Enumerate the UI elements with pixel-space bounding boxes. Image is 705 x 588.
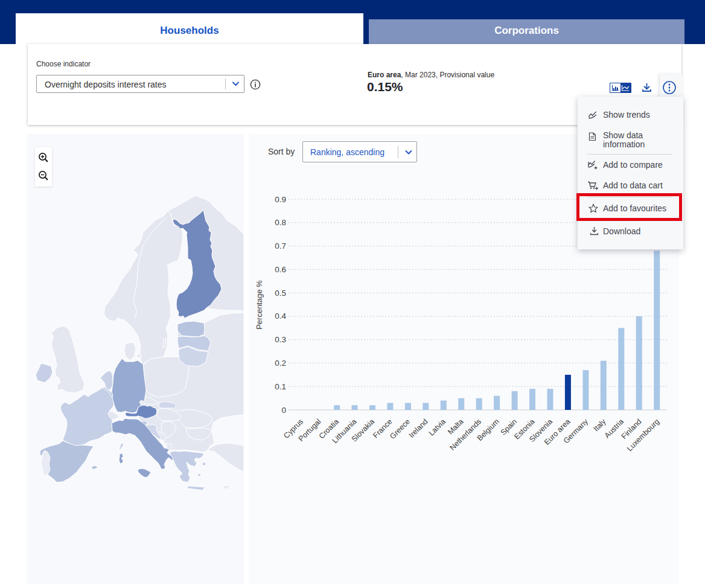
svg-text:0.8: 0.8	[275, 218, 286, 227]
svg-text:0.4: 0.4	[275, 312, 286, 321]
svg-text:Greece: Greece	[388, 417, 412, 441]
svg-text:0.2: 0.2	[275, 359, 286, 368]
svg-text:0.9: 0.9	[275, 195, 286, 204]
svg-text:0.6: 0.6	[275, 265, 286, 274]
svg-text:0: 0	[281, 406, 286, 415]
svg-text:Ireland: Ireland	[407, 417, 430, 439]
svg-text:0.1: 0.1	[275, 382, 286, 391]
svg-text:0.5: 0.5	[275, 289, 286, 298]
svg-text:0.3: 0.3	[275, 335, 286, 344]
svg-text:Latvia: Latvia	[427, 417, 448, 438]
svg-text:Percentage %: Percentage %	[255, 280, 264, 330]
svg-text:0.7: 0.7	[275, 241, 286, 251]
